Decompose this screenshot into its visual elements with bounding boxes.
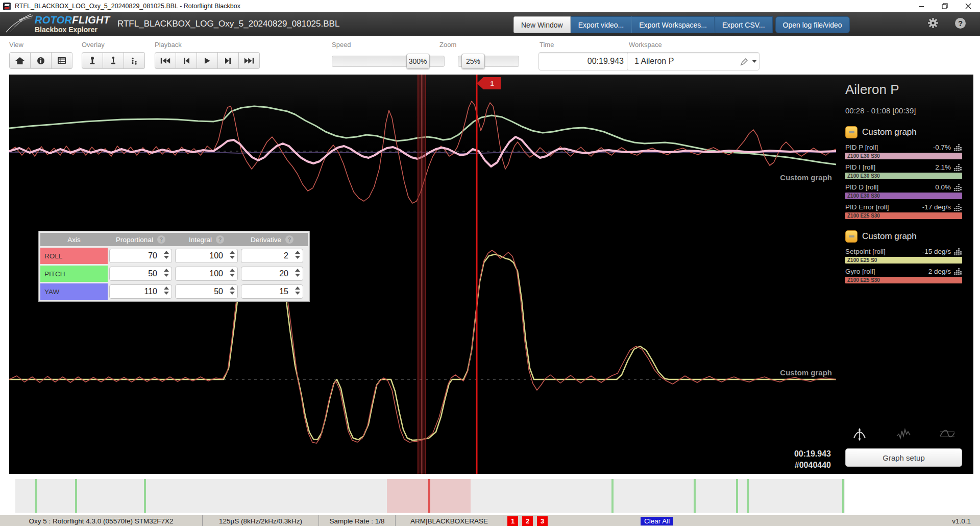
spin-down-icon[interactable] [164,256,169,259]
legend-item-gyro-roll[interactable]: Gyro [roll]2 deg/sZ100 E25 S30 [845,268,962,283]
spinner-arrows[interactable] [295,269,300,277]
play-pause-button[interactable] [197,52,218,69]
spinner-arrows[interactable] [230,251,235,259]
graph-canvas[interactable]: 1 Custom graph Custom graph 00:19.943 #0… [9,75,836,474]
spin-down-icon[interactable] [230,274,235,277]
spectrum-analyser-icon[interactable] [954,164,962,171]
marker-badge-1[interactable]: 1 [507,516,518,526]
stick-overlay-button[interactable] [103,52,124,69]
legend-toggle-button[interactable] [52,52,72,69]
workspace-select[interactable]: 1 Aileron P [627,52,760,70]
spin-up-icon[interactable] [230,251,235,254]
spinner-arrows[interactable] [164,286,169,295]
pid-value-input[interactable]: 50 [175,284,238,299]
spin-down-icon[interactable] [230,256,235,259]
zoom-slider-track[interactable]: 25% [458,56,519,67]
previous-frame-button[interactable] [176,52,197,69]
sticks-overlay-button[interactable] [124,52,145,69]
help-icon[interactable]: ? [955,18,966,29]
marker-badge-2[interactable]: 2 [522,516,533,526]
help-icon[interactable]: ? [216,235,224,244]
spinner-arrows[interactable] [295,251,300,259]
spectrum-analyser-icon[interactable] [954,144,962,151]
log-timeline[interactable] [15,479,845,513]
next-frame-button[interactable] [218,52,239,69]
filtered-signal-icon[interactable] [940,428,955,440]
log-info-button[interactable] [31,52,52,69]
home-view-button[interactable] [9,52,31,69]
export-video-button[interactable]: Export video... [571,16,632,33]
legend-item-pid-d-roll[interactable]: PID D [roll]0.0%Z100 E30 S30 [845,183,962,199]
spectrum-analyser-icon[interactable] [954,268,962,275]
spin-up-icon[interactable] [164,251,169,254]
jump-to-end-button[interactable] [239,52,260,69]
spectrum-analyser-icon[interactable] [954,204,962,211]
marker-badge-3[interactable]: 3 [537,516,548,526]
spinner-arrows[interactable] [164,251,169,259]
spin-up-icon[interactable] [230,269,235,272]
legend-item-pid-p-roll[interactable]: PID P [roll]-0.7%Z100 E30 S30 [845,144,962,159]
legend-current-value: 2 deg/s [928,268,951,275]
spin-down-icon[interactable] [230,292,235,295]
legend-item-setpoint-roll[interactable]: Setpoint [roll]-15 deg/sZ100 E25 S0 [845,248,962,264]
spinner-arrows[interactable] [230,269,235,277]
minimize-button[interactable] [910,0,933,12]
pid-value-input[interactable]: 100 [175,249,238,263]
auto-zoom-y-icon[interactable] [852,427,867,441]
spin-down-icon[interactable] [164,292,169,295]
collapse-graph-button[interactable] [845,230,857,243]
spinner-arrows[interactable] [230,286,235,295]
speed-slider-track[interactable]: 300% [332,56,445,67]
marker-1-flag[interactable] [477,77,501,89]
pid-value-cell: 15 [239,283,305,300]
chevron-down-icon[interactable] [752,60,757,63]
help-icon[interactable]: ? [157,235,165,244]
spinner-arrows[interactable] [164,269,169,277]
pid-value-input[interactable]: 15 [241,284,303,299]
spectrum-analyser-icon[interactable] [954,184,962,191]
spin-up-icon[interactable] [295,286,300,290]
raw-signal-icon[interactable] [896,428,911,440]
spin-down-icon[interactable] [295,256,300,259]
spin-up-icon[interactable] [295,251,300,254]
pid-value-input[interactable]: 20 [241,267,303,281]
open-log-file-video-button[interactable]: Open log file/video [775,16,850,33]
spinner-arrows[interactable] [295,286,300,295]
edit-pencil-icon[interactable] [740,57,749,66]
legend-item-pid-error-roll[interactable]: PID Error [roll]-17 deg/sZ100 E25 S30 [845,203,962,219]
app-header: ROTORFLIGHT Blackbox Explorer RTFL_BLACK… [0,12,980,36]
craft-overlay-button[interactable] [82,52,103,69]
pid-value-input[interactable]: 50 [109,267,172,281]
settings-gear-icon[interactable] [927,17,939,29]
export-workspaces-button[interactable]: Export Workspaces... [631,16,715,33]
spin-down-icon[interactable] [295,292,300,295]
close-button[interactable] [957,0,980,12]
spectrum-analyser-icon[interactable] [954,248,962,255]
time-input[interactable]: 00:19.943 [538,52,630,70]
pid-header-integral: Integral? [174,235,239,244]
pid-value-input[interactable]: 110 [109,284,172,299]
timeline-playhead[interactable] [428,479,430,513]
pid-value-input[interactable]: 70 [109,249,172,263]
spin-up-icon[interactable] [164,286,169,290]
collapse-graph-button[interactable] [845,126,857,138]
spin-up-icon[interactable] [164,269,169,272]
pid-value-input[interactable]: 100 [175,267,238,281]
maximize-restore-button[interactable] [933,0,957,12]
export-csv-button[interactable]: Export CSV... [715,16,773,33]
zoom-slider-handle[interactable]: 25% [461,54,485,69]
spin-down-icon[interactable] [295,274,300,277]
graph-setup-button[interactable]: Graph setup [845,448,962,467]
speed-slider-handle[interactable]: 300% [406,54,430,69]
jump-to-start-button[interactable] [155,52,176,69]
spin-down-icon[interactable] [164,274,169,277]
sticks-dots-icon [130,57,138,65]
new-window-button[interactable]: New Window [513,16,571,33]
legend-item-pid-i-roll[interactable]: PID I [roll]2.1%Z100 E30 S30 [845,163,962,179]
help-icon[interactable]: ? [285,235,293,244]
pid-value-input[interactable]: 2 [241,249,303,263]
timeline-activity-mark [35,479,37,513]
spin-up-icon[interactable] [295,269,300,272]
clear-all-button[interactable]: Clear All [641,517,673,525]
spin-up-icon[interactable] [230,286,235,290]
